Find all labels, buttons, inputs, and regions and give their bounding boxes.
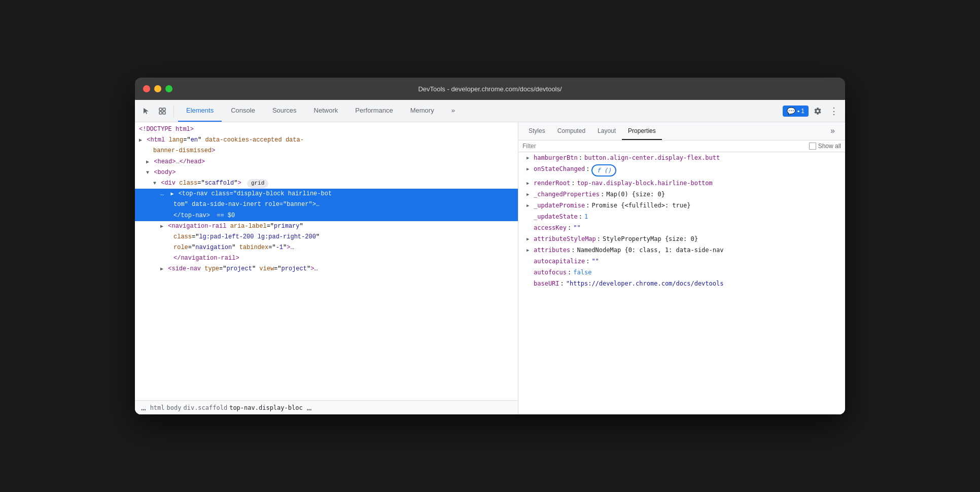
minimize-button[interactable] [154,85,161,92]
tab-performance[interactable]: Performance [347,100,401,122]
breadcrumb-more-left[interactable]: … [139,403,148,412]
dom-side-nav[interactable]: ▶ <side-nav type="project" view="project… [135,264,518,274]
dom-nav-rail-open[interactable]: ▶ <navigation-rail aria-label="primary" [135,221,518,232]
main-tabs: Elements Console Sources Network Perform… [178,100,781,122]
more-options-icon[interactable]: ⋮ [827,104,841,118]
prop-updateState[interactable]: ▶ _updateState : 1 [518,211,845,222]
panel-tabs: Styles Computed Layout Properties » [518,122,845,140]
cursor-icon[interactable] [139,104,153,118]
tab-styles[interactable]: Styles [522,122,551,140]
tab-layout[interactable]: Layout [591,122,622,140]
prop-updatePromise[interactable]: ▶ _updatePromise : Promise {<fulfilled>:… [518,200,845,211]
properties-list[interactable]: ▶ hamburgerBtn : button.align-center.dis… [518,152,845,414]
dom-body[interactable]: ▼ <body> [135,167,518,178]
tab-more[interactable]: » [443,100,463,122]
devtools-panel: Elements Console Sources Network Perform… [135,100,845,414]
close-button[interactable] [143,85,150,92]
maximize-button[interactable] [165,85,172,92]
show-all-label[interactable]: Show all [809,143,841,150]
tab-sources[interactable]: Sources [264,100,305,122]
main-toolbar: Elements Console Sources Network Perform… [135,100,845,122]
inspect-icon[interactable] [155,104,169,118]
breadcrumb-html[interactable]: html [150,404,165,411]
breadcrumb-more-right[interactable]: … [305,403,314,412]
prop-renderRoot[interactable]: ▶ renderRoot : top-nav.display-block.hai… [518,178,845,189]
filter-bar: Show all [518,140,845,152]
toolbar-divider-1 [173,105,174,117]
tab-elements[interactable]: Elements [178,100,222,122]
svg-rect-3 [163,112,165,114]
breadcrumb-div-scaffold[interactable]: div.scaffold [183,404,227,411]
dom-div-scaffold[interactable]: ▼ <div class="scaffold"> grid [135,178,518,189]
dom-html[interactable]: ▶ <html lang="en" data-cookies-accepted … [135,135,518,146]
dom-top-nav-cont[interactable]: tom" data-side-nav-inert role="banner">… [135,199,518,210]
chat-badge[interactable]: 💬 ▪ 1 [783,106,809,117]
titlebar: DevTools - developer.chrome.com/docs/dev… [135,78,845,100]
window-controls [143,85,172,92]
main-content: <!DOCTYPE html> ▶ <html lang="en" data-c… [135,122,845,414]
properties-panel: Styles Computed Layout Properties » [518,122,845,414]
prop-baseURI[interactable]: ▶ baseURI : "https://developer.chrome.co… [518,278,845,289]
dom-nav-rail-cont[interactable]: class="lg:pad-left-200 lg:pad-right-200" [135,232,518,242]
toolbar-right: 💬 ▪ 1 ⋮ [783,104,841,118]
dom-html-cont[interactable]: banner-dismissed> [135,146,518,156]
prop-attributes[interactable]: ▶ attributes : NamedNodeMap {0: class, 1… [518,244,845,256]
tab-memory[interactable]: Memory [402,100,442,122]
filter-input[interactable] [522,143,805,150]
func-badge: f () [591,164,616,177]
prop-autofocus[interactable]: ▶ autofocus : false [518,267,845,278]
prop-autocapitalize[interactable]: ▶ autocapitalize : "" [518,256,845,267]
svg-rect-2 [159,112,162,114]
svg-rect-1 [163,108,165,111]
prop-changedProperties[interactable]: ▶ _changedProperties : Map(0) {size: 0} [518,189,845,200]
window-title: DevTools - developer.chrome.com/docs/dev… [418,85,562,93]
settings-icon[interactable] [811,104,825,118]
prop-hamburgerBtn[interactable]: ▶ hamburgerBtn : button.align-center.dis… [518,152,845,163]
breadcrumb-top-nav[interactable]: top-nav.display-bloc [229,404,303,411]
dom-nav-rail-end[interactable]: role="navigation" tabindex="-1">… [135,242,518,253]
show-all-checkbox[interactable] [809,143,816,150]
breadcrumb-body[interactable]: body [167,404,182,411]
prop-attributeStyleMap[interactable]: ▶ attributeStyleMap : StylePropertyMap {… [518,233,845,244]
tab-computed[interactable]: Computed [551,122,591,140]
tab-network[interactable]: Network [306,100,346,122]
dom-head[interactable]: ▶ <head>…</head> [135,157,518,167]
dom-top-nav-ellipsis[interactable]: … ▶ <top-nav class="display-block hairli… [135,189,518,199]
svg-rect-0 [159,108,162,111]
panel-tab-more[interactable]: » [824,122,841,140]
dom-panel: <!DOCTYPE html> ▶ <html lang="en" data-c… [135,122,518,414]
dom-tree[interactable]: <!DOCTYPE html> ▶ <html lang="en" data-c… [135,122,518,400]
tab-properties[interactable]: Properties [622,122,662,140]
breadcrumb: … html body div.scaffold top-nav.display… [135,400,518,414]
prop-onStateChanged[interactable]: ▶ onStateChanged : f () [518,163,845,178]
prop-accessKey[interactable]: ▶ accessKey : "" [518,222,845,233]
dom-doctype[interactable]: <!DOCTYPE html> [135,124,518,135]
tab-console[interactable]: Console [223,100,263,122]
dom-nav-rail-close[interactable]: </navigation-rail> [135,253,518,264]
dom-top-nav-close[interactable]: </top-nav> == $0 [135,210,518,221]
devtools-window: DevTools - developer.chrome.com/docs/dev… [135,78,845,414]
